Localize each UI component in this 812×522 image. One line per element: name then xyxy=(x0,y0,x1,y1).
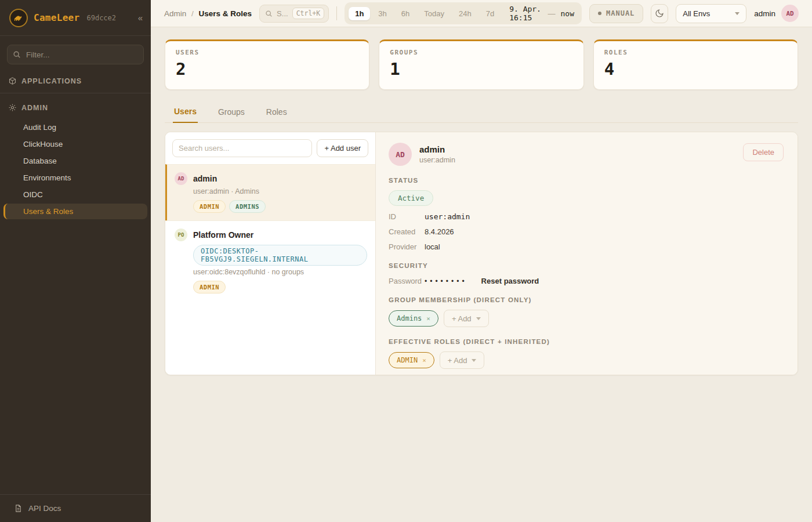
time-range-today[interactable]: Today xyxy=(418,7,451,20)
breadcrumb: Admin / Users & Roles xyxy=(164,9,252,18)
add-group-button[interactable]: + Add xyxy=(444,310,489,327)
field-row-provider: Provider local xyxy=(389,242,785,251)
search-icon xyxy=(13,50,21,59)
entity-tabs: Users Groups Roles xyxy=(165,103,798,123)
delete-user-button[interactable]: Delete xyxy=(743,143,784,161)
user-search-input[interactable] xyxy=(172,139,312,157)
remove-role-icon[interactable]: × xyxy=(422,357,426,364)
user-badges: ADMIN ADMINS xyxy=(193,200,367,213)
sidebar-filter xyxy=(7,45,144,64)
add-user-button[interactable]: + Add user xyxy=(317,139,368,157)
user-avatar[interactable]: AD xyxy=(781,5,799,22)
package-icon xyxy=(8,77,17,85)
field-row-id: ID user:admin xyxy=(389,212,785,221)
time-range-1h[interactable]: 1h xyxy=(349,7,370,20)
sidebar-item-audit-log[interactable]: Audit Log xyxy=(3,119,147,135)
effective-roles-heading: EFFECTIVE ROLES (DIRECT + INHERITED) xyxy=(389,338,785,345)
app-build-hash: 69dcce2 xyxy=(86,14,116,22)
app-logo-camel-icon xyxy=(9,9,28,27)
topbar-divider xyxy=(336,6,337,20)
sidebar-section-admin: ADMIN xyxy=(0,96,151,117)
stat-groups-value: 1 xyxy=(390,59,572,79)
sidebar-header: CameLeer 69dcce2 « xyxy=(0,0,151,36)
time-range-3h[interactable]: 3h xyxy=(372,7,393,20)
time-range-6h[interactable]: 6h xyxy=(395,7,416,20)
global-search[interactable]: S... Ctrl+K xyxy=(259,5,329,23)
password-mask: •••••••• xyxy=(425,277,467,285)
sidebar-nav: Audit Log ClickHouse Database Environmen… xyxy=(0,117,151,222)
group-badge-admins: ADMINS xyxy=(229,200,266,213)
effective-roles-chips: ADMIN × + Add xyxy=(389,351,785,369)
field-row-created: Created 8.4.2026 xyxy=(389,227,785,236)
sidebar: CameLeer 69dcce2 « APPLICATIONS ADMIN Au… xyxy=(0,0,151,522)
tab-users[interactable]: Users xyxy=(173,103,198,123)
breadcrumb-current: Users & Roles xyxy=(199,9,252,18)
api-docs-link[interactable]: API Docs xyxy=(0,494,151,522)
search-shortcut-kbd: Ctrl+K xyxy=(292,8,325,19)
reset-password-button[interactable]: Reset password xyxy=(481,277,539,285)
status-section-heading: STATUS xyxy=(389,177,785,184)
sidebar-divider xyxy=(0,93,151,93)
security-section-heading: SECURITY xyxy=(389,262,785,269)
sidebar-item-users-roles[interactable]: Users & Roles xyxy=(3,204,147,219)
topbar: Admin / Users & Roles S... Ctrl+K 1h 3h … xyxy=(151,0,812,27)
environment-selected-value: All Envs xyxy=(683,9,710,18)
time-from-value[interactable]: 9. Apr. 16:15 xyxy=(502,5,546,22)
time-to-value[interactable]: now xyxy=(557,9,578,18)
stat-card-roles: ROLES 4 xyxy=(593,39,798,90)
status-badge: Active xyxy=(389,190,433,206)
tab-groups[interactable]: Groups xyxy=(217,103,246,122)
tab-roles[interactable]: Roles xyxy=(265,103,288,122)
oidc-provider-badge: OIDC:DESKTOP-FB5VGJ9.SIEGELN.INTERNAL xyxy=(193,245,367,266)
sidebar-collapse-icon[interactable]: « xyxy=(138,13,143,23)
group-membership-chips: Admins × + Add xyxy=(389,310,785,327)
password-row: Password •••••••• Reset password xyxy=(389,277,785,285)
user-meta: user:admin · Admins xyxy=(193,187,367,195)
chevron-down-icon xyxy=(476,317,481,320)
remove-group-icon[interactable]: × xyxy=(426,315,430,322)
moon-icon xyxy=(655,9,664,18)
user-list-item-platform-owner[interactable]: PO Platform Owner OIDC:DESKTOP-FB5VGJ9.S… xyxy=(165,220,375,301)
user-list-item-admin[interactable]: AD admin user:admin · Admins ADMIN ADMIN… xyxy=(165,164,375,220)
detail-user-name: admin xyxy=(419,144,455,154)
chevron-down-icon xyxy=(472,359,476,362)
avatar: AD xyxy=(175,172,187,185)
detail-user-id: user:admin xyxy=(419,156,455,164)
sidebar-item-clickhouse[interactable]: ClickHouse xyxy=(3,136,147,152)
sidebar-item-database[interactable]: Database xyxy=(3,153,147,169)
sidebar-item-environments[interactable]: Environments xyxy=(3,170,147,186)
document-icon xyxy=(14,504,23,513)
user-meta: user:oidc:8evzqofluhld · no groups xyxy=(193,268,367,276)
user-list-pane: + Add user AD admin user:admin · Admins … xyxy=(165,132,376,375)
sidebar-filter-input[interactable] xyxy=(7,45,144,64)
sidebar-item-oidc[interactable]: OIDC xyxy=(3,187,147,202)
breadcrumb-admin[interactable]: Admin xyxy=(164,9,186,18)
username-label: admin xyxy=(754,9,775,18)
role-chip-admin: ADMIN × xyxy=(389,352,434,368)
role-badge-admin: ADMIN xyxy=(193,200,226,213)
detail-header: AD admin user:admin xyxy=(389,143,785,166)
add-role-button[interactable]: + Add xyxy=(440,351,485,369)
app-brand: CameLeer xyxy=(34,12,79,23)
stats-cards: USERS 2 GROUPS 1 ROLES 4 xyxy=(165,39,798,90)
search-icon xyxy=(265,10,273,17)
user-name: admin xyxy=(193,174,217,183)
avatar: AD xyxy=(389,143,412,166)
user-name: Platform Owner xyxy=(193,230,253,240)
time-range-group: 1h 3h 6h Today 24h 7d 9. Apr. 16:15 — no… xyxy=(345,2,582,24)
user-detail-pane: AD admin user:admin Delete STATUS Active… xyxy=(376,132,798,375)
topbar-user: admin AD xyxy=(754,5,799,22)
group-membership-heading: GROUP MEMBERSHIP (DIRECT ONLY) xyxy=(389,296,785,303)
stat-card-groups: GROUPS 1 xyxy=(379,39,583,90)
time-range-24h[interactable]: 24h xyxy=(452,7,478,20)
global-search-placeholder: S... xyxy=(277,9,288,18)
role-badge-admin: ADMIN xyxy=(193,281,226,293)
time-range-7d[interactable]: 7d xyxy=(480,7,501,20)
user-badges: ADMIN xyxy=(193,281,367,293)
avatar: PO xyxy=(175,229,187,241)
user-list-toolbar: + Add user xyxy=(165,132,375,164)
environment-select[interactable]: All Envs xyxy=(676,4,746,23)
refresh-mode-button[interactable]: MANUAL xyxy=(589,4,643,23)
chevron-down-icon xyxy=(735,12,740,15)
theme-toggle-button[interactable] xyxy=(651,4,668,23)
